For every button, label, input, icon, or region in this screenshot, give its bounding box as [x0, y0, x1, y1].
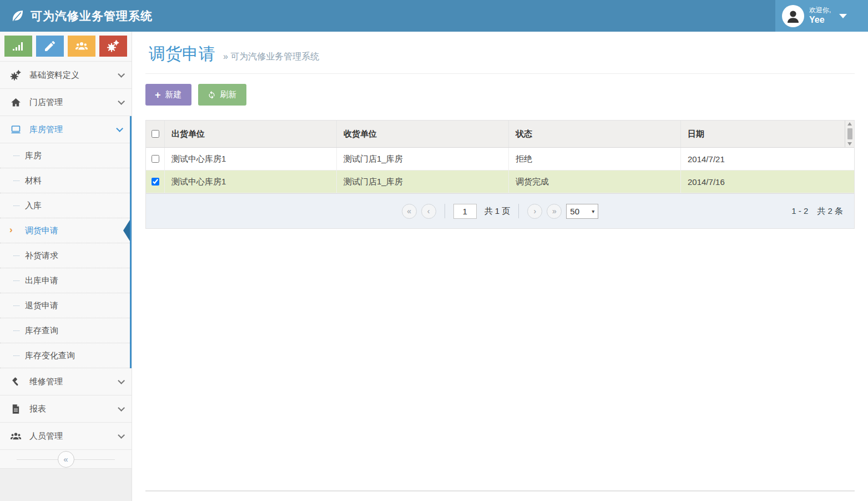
refresh-button[interactable]: 刷新 — [198, 84, 246, 106]
first-page-button[interactable]: « — [402, 204, 417, 219]
row-checkbox[interactable] — [152, 178, 159, 186]
cell-date: 2014/7/16 — [680, 171, 854, 193]
chevron-down-icon — [118, 377, 125, 384]
plus-icon: + — [155, 90, 161, 100]
subitem-label: 补货请求 — [25, 250, 58, 261]
page-number-input[interactable] — [453, 204, 477, 219]
gears-icon — [10, 69, 22, 81]
sidebar-subitem-inbound[interactable]: 入库 — [0, 193, 130, 218]
select-all-cell — [146, 121, 164, 147]
sidebar-item-personnel-mgmt[interactable]: 人员管理 — [0, 423, 132, 450]
sidebar-subitem-warehouse[interactable]: 库房 — [0, 143, 130, 168]
cell-shipper: 测试中心库房1 — [164, 148, 336, 170]
sidebar-item-label: 人员管理 — [29, 431, 110, 442]
sidebar-subitem-replenish-request[interactable]: 补货请求 — [0, 243, 130, 268]
chevron-down-icon — [118, 98, 125, 105]
table-row[interactable]: 测试中心库房1 测试门店1_库房 拒绝 2014/7/21 — [146, 148, 854, 171]
pager-divider — [445, 204, 445, 218]
column-header-receiver[interactable]: 收货单位 — [336, 121, 508, 147]
last-page-button[interactable]: » — [547, 204, 562, 219]
shortcut-edit-button[interactable] — [36, 36, 64, 57]
select-caret-icon: ▾ — [592, 208, 594, 214]
sidebar-subitem-stock-change-query[interactable]: 库存变化查询 — [0, 343, 130, 368]
active-item-marker — [123, 220, 130, 241]
sidebar-subitem-materials[interactable]: 材料 — [0, 168, 130, 193]
scroll-thumb[interactable] — [847, 128, 852, 139]
main-content: 调货申请 » 可为汽修业务管理系统 + 新建 刷新 出货单位 — [132, 32, 868, 501]
column-header-status[interactable]: 状态 — [508, 121, 680, 147]
footer-divider — [145, 490, 855, 492]
chevron-down-icon — [118, 432, 125, 439]
select-all-checkbox[interactable] — [152, 130, 159, 138]
subitem-label: 出库申请 — [25, 275, 58, 286]
home-icon — [10, 97, 22, 108]
record-count: 1 - 2 共 2 条 — [791, 206, 843, 217]
active-item-arrow-icon: › — [9, 224, 13, 236]
sidebar-collapse-button[interactable]: « — [58, 451, 74, 468]
cell-date: 2014/7/21 — [680, 148, 854, 170]
sidebar-item-store-mgmt[interactable]: 门店管理 — [0, 89, 132, 116]
shortcut-settings-button[interactable] — [99, 36, 127, 57]
pencil-icon — [43, 39, 57, 53]
warehouse-submenu: 库房 材料 入库 › 调货申请 补货请求 — [0, 143, 130, 368]
sidebar-item-warehouse-mgmt[interactable]: 库房管理 — [0, 116, 130, 143]
cell-receiver: 测试门店1_库房 — [336, 148, 508, 170]
welcome-label: 欢迎你, — [809, 6, 831, 14]
subitem-label: 退货申请 — [25, 300, 58, 311]
breadcrumb: » 可为汽修业务管理系统 — [223, 51, 319, 63]
new-button[interactable]: + 新建 — [145, 84, 191, 106]
column-header-shipper[interactable]: 出货单位 — [164, 121, 336, 147]
pager-divider — [518, 204, 519, 218]
sidebar-collapse-row: « — [0, 450, 132, 469]
sidebar-subitem-stock-query[interactable]: 库存查询 — [0, 318, 130, 343]
subitem-label: 调货申请 — [25, 226, 58, 236]
shortcut-users-button[interactable] — [68, 36, 95, 57]
sidebar-item-label: 维修管理 — [29, 377, 110, 387]
laptop-icon — [10, 124, 22, 136]
sidebar-item-repair-mgmt[interactable]: 维修管理 — [0, 368, 132, 395]
row-check-cell — [146, 171, 164, 193]
sidebar-group-warehouse: 库房管理 库房 材料 入库 › 调货申请 — [0, 116, 132, 368]
prev-page-button[interactable]: ‹ — [421, 204, 436, 219]
subitem-label: 库房 — [25, 151, 42, 161]
subitem-label: 入库 — [25, 201, 42, 211]
gears-icon — [107, 39, 120, 53]
sidebar-item-reports[interactable]: 报表 — [0, 395, 132, 423]
chevron-down-icon — [839, 14, 847, 18]
scrollbar[interactable] — [845, 121, 854, 147]
sidebar-item-base-data[interactable]: 基础资料定义 — [0, 62, 132, 89]
toolbar: + 新建 刷新 — [145, 84, 855, 106]
users-icon — [75, 39, 88, 53]
sidebar-subitem-transfer-request[interactable]: › 调货申请 — [0, 218, 130, 243]
scroll-down-icon[interactable] — [847, 142, 852, 146]
total-pages-label: 共 1 页 — [485, 206, 511, 217]
row-checkbox[interactable] — [152, 155, 159, 163]
chevron-down-icon — [116, 125, 123, 132]
sidebar-shortcuts — [0, 32, 132, 62]
next-page-button[interactable]: › — [527, 204, 542, 219]
refresh-icon — [208, 91, 216, 99]
new-button-label: 新建 — [165, 89, 182, 100]
sidebar-item-label: 报表 — [29, 404, 110, 414]
table-row[interactable]: 测试中心库房1 测试门店1_库房 调货完成 2014/7/16 — [146, 171, 854, 193]
user-menu[interactable]: 欢迎你, Yee — [775, 0, 868, 32]
page-size-select[interactable]: 50 ▾ — [566, 204, 598, 219]
subitem-label: 库存查询 — [25, 325, 58, 336]
sidebar-subitem-return-request[interactable]: 退货申请 — [0, 293, 130, 318]
scroll-up-icon[interactable] — [847, 122, 852, 126]
grid-header-row: 出货单位 收货单位 状态 日期 — [146, 121, 854, 148]
people-icon — [10, 430, 22, 442]
page-size-value: 50 — [570, 207, 579, 216]
user-text: 欢迎你, Yee — [809, 6, 831, 26]
record-range-label: 1 - 2 — [791, 206, 808, 217]
column-header-date[interactable]: 日期 — [680, 121, 845, 147]
brand: 可为汽修业务管理系统 — [0, 0, 153, 32]
cell-status: 拒绝 — [508, 148, 680, 170]
cell-shipper: 测试中心库房1 — [164, 171, 336, 193]
sidebar-subitem-outbound-request[interactable]: 出库申请 — [0, 268, 130, 293]
sidebar-item-label: 门店管理 — [29, 97, 110, 108]
app-title: 可为汽修业务管理系统 — [31, 8, 153, 24]
record-total-label: 共 2 条 — [817, 206, 843, 217]
shortcut-stats-button[interactable] — [4, 36, 32, 57]
subitem-label: 库存变化查询 — [25, 350, 75, 361]
